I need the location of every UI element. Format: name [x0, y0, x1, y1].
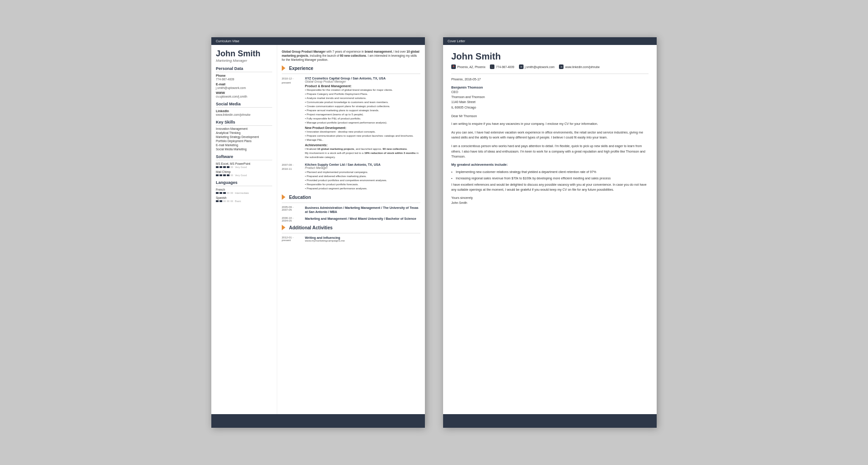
exp-bullet: • Provided product portfolios and compet… [305, 178, 420, 183]
activities-section-title: Additional Activities [282, 225, 420, 230]
act-title-1: Writing and Influencing [305, 236, 420, 239]
rating-dot [219, 174, 222, 176]
exp-company-1: XYZ Cosmetics Capital Group / San Antoni… [305, 77, 420, 80]
cl-linkedin: in www.linkedin.com/johnutw [559, 64, 599, 69]
cl-achievement-1: Implementing new customer relations stra… [451, 169, 649, 174]
exp-date-2: 2007-09 -2010-11 [282, 163, 302, 191]
software-mailchimp-rating: Very Good [216, 174, 272, 177]
cl-header-bar: Cover Letter [443, 37, 657, 45]
cl-achievement-2: Increasing regional sales revenue from $… [451, 176, 649, 181]
exp-bullet: • Innovation development - develop new p… [305, 130, 420, 134]
cl-closing: Yours sincerely [451, 196, 649, 199]
edu-date-1: 2005-09 -2007-05 [282, 206, 302, 214]
exp-date-1: 2010-12 -present [282, 77, 302, 159]
rating-dot [216, 200, 219, 202]
cover-letter-document: Cover Letter John Smith 📍 Phoenix, AZ, P… [443, 37, 657, 428]
edu-item-1: 2005-09 -2007-05 Business Administration… [282, 206, 420, 214]
cl-closing-paragraph: I have excellent references and would be… [451, 182, 649, 192]
exp-bullet: • Communicate product knowledge to custo… [305, 100, 420, 104]
skill-social: Social Media Marketing [216, 148, 272, 151]
rating-dot [230, 166, 233, 168]
experience-item-2: 2007-09 -2010-11 Kitchen Supply Center L… [282, 163, 420, 191]
rating-dot [227, 192, 229, 194]
exp-bullet: • Project management (teams of up to 5 p… [305, 113, 420, 117]
skill-email: E-mail Marketing [216, 143, 272, 147]
activities-label: Additional Activities [289, 225, 333, 230]
french-label: French [216, 188, 272, 191]
cl-footer-bar [443, 414, 657, 428]
cl-recipient-name: Benjamin Thomson [451, 85, 649, 89]
exp-bullet: • Prepare communication plans to support… [305, 134, 420, 138]
rating-label: Very Good [235, 166, 247, 168]
cv-header-bar: Curriculum Vitae [211, 37, 425, 45]
www-value: cv.uptowork.com/j.smith [216, 95, 272, 98]
cl-location-text: Phoenix, AZ, Phoenix [457, 65, 485, 69]
exp-bullet: • Manage product portfolio (product segm… [305, 121, 420, 125]
language-french: French Intermediate [216, 188, 272, 194]
activities-arrow-icon [282, 225, 285, 230]
rating-dot [227, 166, 229, 168]
rating-dot [219, 166, 222, 168]
french-rating: Intermediate [216, 192, 272, 194]
rating-label: Very Good [235, 174, 247, 177]
edu-degree-1: Business Administration / Marketing Mana… [305, 206, 420, 214]
software-mailchimp: Mail Chimp Very Good [216, 170, 272, 177]
cl-contact-row: 📍 Phoenix, AZ, Phoenix 📞 774-987-4009 ✉ … [451, 64, 649, 69]
linkedin-label: LinkedIn [216, 109, 272, 113]
rating-dot [230, 200, 233, 202]
education-arrow-icon [282, 194, 285, 200]
personal-data-section: Personal Data [216, 66, 272, 72]
cl-recipient-city: IL 60605 Chicago [451, 105, 649, 110]
rating-dot [223, 166, 226, 168]
software-mailchimp-name: Mail Chimp [216, 170, 272, 173]
exp-bullet: • Prepare annual marketing plans to supp… [305, 109, 420, 113]
edu-date-2: 2000-10 -2004-05 [282, 217, 302, 222]
exp-bullet: • Create communication support plans for… [305, 104, 420, 109]
experience-arrow-icon [282, 65, 285, 71]
spanish-label: Spanish [216, 196, 272, 199]
rating-dot [223, 200, 226, 202]
phone-value: 774-987-4009 [216, 78, 272, 81]
exp-content-2: Kitchen Supply Center Ltd / San Antonio,… [305, 163, 420, 191]
cl-recipient-company: Thomson and Thomson [451, 94, 649, 99]
rating-dot [219, 200, 222, 202]
skill-innovation: Innovation Management [216, 127, 272, 130]
act-detail-1: www.mymarketingcampaigns.me [305, 239, 420, 242]
cl-name: John Smith [451, 51, 649, 62]
exp-role-2: Product Manager [305, 166, 420, 169]
skill-marketing-strategy: Marketing Strategy Development [216, 135, 272, 139]
skill-analytical: Analytical Thinking [216, 131, 272, 134]
location-icon: 📍 [451, 64, 456, 69]
edu-degree-2: Marketing and Management / West Miami Un… [305, 217, 420, 221]
cl-recipient-title: CEO [451, 89, 649, 94]
exp-content-1: XYZ Cosmetics Capital Group / San Antoni… [305, 77, 420, 159]
cl-body: John Smith 📍 Phoenix, AZ, Phoenix 📞 774-… [443, 45, 657, 414]
cl-recipient-address: 1140 Main Street [451, 99, 649, 104]
software-excel-rating: Very Good [216, 166, 272, 168]
cl-signature: John Smith [451, 201, 649, 204]
exp-achievements-title: Achievements: [305, 143, 420, 147]
rating-dot [227, 174, 229, 176]
cv-document: Curriculum Vitae John Smith Marketing Ma… [211, 37, 425, 428]
cv-header-label: Curriculum Vitae [216, 40, 239, 43]
exp-bullet: • Prepared product segment performance a… [305, 187, 420, 191]
exp-bullet: • Manage P&L. [305, 138, 420, 142]
exp-bullet: • Responsible for product portfolio fore… [305, 183, 420, 187]
education-label: Education [289, 195, 311, 200]
key-skills-section: Key Skills [216, 120, 272, 126]
exp-role-1: Global Group Product Manager [305, 80, 420, 83]
software-excel: MS Excel, MS PowerPoint Very Good [216, 162, 272, 168]
exp-bullet: • Prepared and delivered effective marke… [305, 174, 420, 178]
cl-phone: 📞 774-987-4009 [490, 64, 514, 69]
email-icon: ✉ [519, 64, 524, 69]
cl-linkedin-text: www.linkedin.com/johnutw [565, 65, 599, 69]
cv-sidebar: John Smith Marketing Manager Personal Da… [211, 45, 277, 414]
exp-achievement-2: My involvement in a stock sell-off proje… [305, 151, 420, 159]
education-section-title: Education [282, 194, 420, 200]
phone-label: Phone [216, 74, 272, 77]
cl-location: 📍 Phoenix, AZ, Phoenix [451, 64, 485, 69]
cl-date: Phoenix, 2016-05-17 [451, 78, 649, 81]
rating-dot [216, 192, 219, 194]
exp-bullet: • Responsible for the creation of global… [305, 88, 420, 92]
cl-salutation: Dear Mr Thomson [451, 114, 649, 118]
